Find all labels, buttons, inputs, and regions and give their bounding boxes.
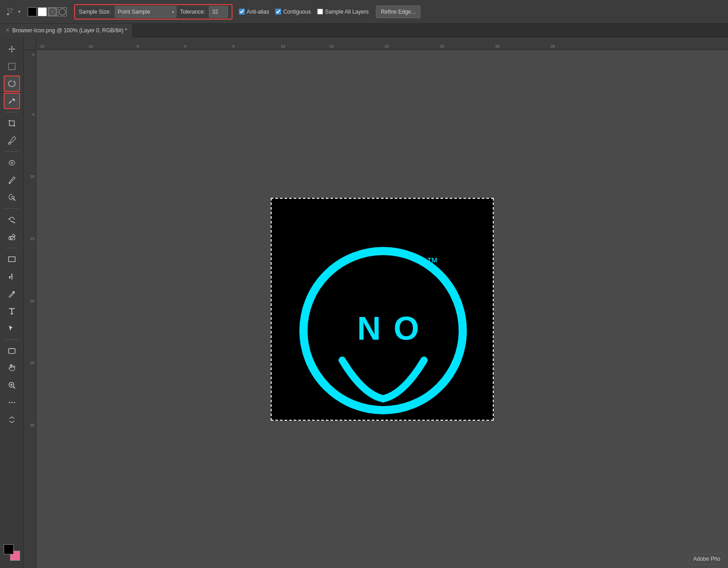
color-swatches-panel (4, 544, 20, 564)
ruler-mark-v: 30 (30, 423, 35, 427)
toolbar-extra-swatch[interactable] (48, 7, 57, 16)
sample-all-layers-label: Sample All Layers (325, 9, 369, 15)
gradient-tool[interactable] (4, 268, 20, 285)
canvas-wrapper: ™ N O (271, 198, 494, 421)
history-brush-tool[interactable] (4, 211, 20, 228)
options-bar: Sample Size: Point Sample 3 by 3 Average… (74, 4, 233, 20)
canvas-svg: ™ N O (272, 199, 494, 421)
sample-size-select-wrapper: Point Sample 3 by 3 Average 5 by 5 Avera… (115, 6, 177, 18)
toolbar-separator-3 (5, 208, 19, 209)
eyedropper-tool-icon[interactable] (4, 5, 16, 18)
top-toolbar: ▾ Sample Size: Point Sample 3 by 3 Avera… (0, 0, 728, 24)
adobe-badge: Adobe Pho (689, 553, 724, 564)
ruler-mark: 10 (281, 44, 285, 49)
svg-point-16 (9, 402, 10, 403)
svg-line-4 (9, 101, 11, 103)
toolbar-separator-4 (5, 248, 19, 248)
sample-all-layers-checkbox[interactable] (317, 9, 323, 15)
rectangle-tool[interactable] (4, 251, 20, 267)
svg-rect-11 (8, 349, 15, 354)
ruler-top: -15 -10 -5 0 5 10 15 20 25 30 35 (36, 37, 728, 50)
tab-close-button[interactable]: ✕ (5, 28, 10, 33)
ruler-corner (24, 37, 36, 50)
left-eye-letter: N (357, 310, 381, 347)
svg-point-5 (8, 142, 10, 145)
toolbar-color-swatches (28, 7, 67, 16)
anti-alias-label: Anti-alias (247, 9, 269, 15)
magic-wand-tool[interactable] (4, 93, 20, 109)
eraser-tool[interactable] (4, 229, 20, 245)
brush-tool[interactable] (4, 172, 20, 188)
sample-size-label: Sample Size: (79, 9, 111, 15)
ruler-mark: 5 (233, 44, 235, 49)
contiguous-checkbox[interactable] (275, 9, 281, 15)
ruler-left: 0 5 10 15 20 25 30 (24, 50, 36, 568)
foreground-color-swatch[interactable] (4, 544, 14, 554)
tolerance-input[interactable] (209, 6, 228, 18)
fg-bg-color-swatches[interactable] (4, 544, 20, 561)
ruler-mark-v: 10 (30, 174, 35, 179)
adobe-badge-text: Adobe Pho (693, 556, 720, 562)
ruler-mark: -10 (87, 44, 93, 49)
anti-alias-checkbox-item[interactable]: Anti-alias (239, 9, 269, 15)
ruler-mark: 35 (551, 44, 555, 49)
ruler-mark: -15 (39, 44, 45, 49)
sample-size-select[interactable]: Point Sample 3 by 3 Average 5 by 5 Avera… (115, 6, 177, 18)
toolbar-circle-swatch[interactable] (58, 7, 67, 16)
ruler-mark: 20 (384, 44, 389, 49)
more-tools-button[interactable] (4, 394, 20, 411)
toolbar-separator-1 (5, 112, 19, 112)
extra-tool[interactable] (4, 412, 20, 428)
tab-title: Browser-Icon.png @ 100% (Layer 0, RGB/8#… (12, 27, 127, 34)
contiguous-checkbox-item[interactable]: Contiguous (275, 9, 311, 15)
svg-line-13 (13, 387, 15, 388)
svg-point-6 (9, 182, 10, 184)
hand-tool[interactable] (4, 360, 20, 376)
checkboxes-area: Anti-alias Contiguous Sample All Layers (239, 9, 369, 15)
crop-tool[interactable] (4, 115, 20, 131)
toolbar-bg-swatch[interactable] (38, 7, 47, 16)
ruler-mark: 0 (184, 44, 186, 49)
zoom-tool[interactable] (4, 377, 20, 393)
selection-tool[interactable] (4, 58, 20, 75)
tool-selector-group: ▾ (4, 5, 20, 18)
right-eye-letter: O (394, 310, 419, 347)
ruler-mark: 30 (495, 44, 500, 49)
document-tab[interactable]: ✕ Browser-Icon.png @ 100% (Layer 0, RGB/… (0, 24, 133, 37)
canvas-area[interactable]: -15 -10 -5 0 5 10 15 20 25 30 35 0 5 10 … (24, 37, 728, 568)
svg-rect-9 (8, 257, 15, 262)
document-canvas: ™ N O (36, 50, 728, 568)
ruler-mark: -5 (136, 44, 139, 49)
move-tool[interactable] (4, 41, 20, 57)
tool-dropdown-arrow[interactable]: ▾ (18, 9, 20, 14)
ruler-mark: 15 (329, 44, 334, 49)
ruler-mark-v: 15 (30, 236, 35, 241)
clone-stamp-tool[interactable] (4, 189, 20, 206)
anti-alias-checkbox[interactable] (239, 9, 245, 15)
left-toolbar (0, 37, 24, 568)
type-tool[interactable] (4, 303, 20, 319)
shape-tool[interactable] (4, 342, 20, 359)
pen-tool[interactable] (4, 286, 20, 302)
path-selection-tool[interactable] (4, 320, 20, 337)
ruler-mark-v: 25 (30, 361, 35, 365)
svg-point-2 (59, 9, 66, 15)
main-area: -15 -10 -5 0 5 10 15 20 25 30 35 0 5 10 … (0, 37, 728, 568)
svg-rect-3 (8, 63, 15, 70)
lasso-tool[interactable] (4, 75, 20, 92)
tab-bar: ✕ Browser-Icon.png @ 100% (Layer 0, RGB/… (0, 24, 728, 37)
eyedropper-tool[interactable] (4, 132, 20, 149)
ruler-mark-v: 5 (32, 112, 35, 117)
svg-point-0 (7, 13, 9, 15)
toolbar-separator-5 (5, 339, 19, 340)
refine-edge-button[interactable]: Refine Edge... (376, 5, 420, 18)
toolbar-fg-swatch[interactable] (28, 7, 37, 16)
ruler-mark: 25 (440, 44, 445, 49)
contiguous-label: Contiguous (283, 9, 311, 15)
sample-all-layers-checkbox-item[interactable]: Sample All Layers (317, 9, 369, 15)
ruler-mark-v: 20 (30, 299, 35, 303)
healing-brush-tool[interactable] (4, 155, 20, 171)
tolerance-label: Tolerance: (180, 9, 205, 15)
canvas-image[interactable]: ™ N O (271, 198, 494, 421)
svg-point-18 (14, 402, 15, 403)
